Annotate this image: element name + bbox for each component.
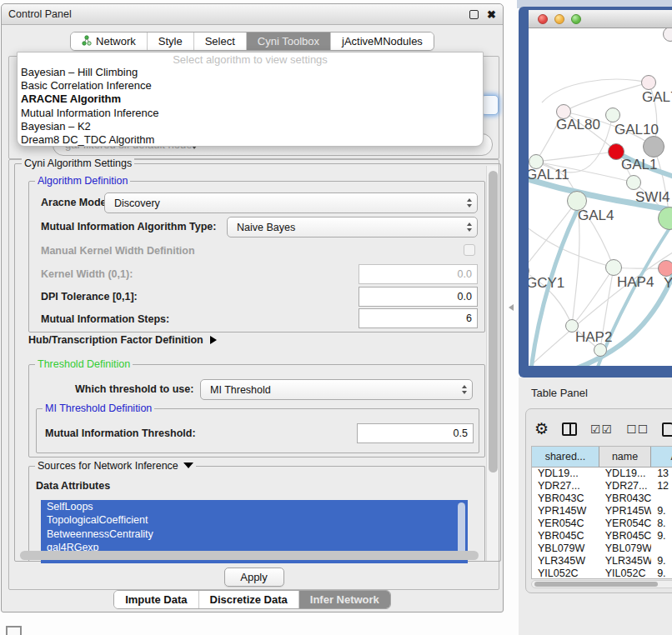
tab-jactivemnodules[interactable]: jActiveMNodules [331,32,434,50]
dpi-tolerance-input[interactable]: 0.0 [359,287,478,307]
network-node-swi4[interactable] [626,175,641,190]
network-node-gal10[interactable] [605,108,620,122]
algorithm-option[interactable]: Basic Correlation Inference [18,79,483,92]
table-cell: YDR27... [532,480,599,492]
tab-impute-data[interactable]: Impute Data [114,591,198,608]
settings-gear-icon[interactable]: ⚙ [534,421,549,438]
attribute-item[interactable]: TopologicalCoefficient [41,513,468,527]
table-row[interactable]: YBL079WYBL079W [532,542,672,555]
mi-type-label: Mutual Information Algorithm Type: [41,221,216,232]
algorithm-option[interactable]: Dream8 DC_TDC Algorithm [18,133,483,147]
table-row[interactable]: YBR043CYBR043C [532,492,672,505]
algorithm-option[interactable]: Bayesian – K2 [18,120,483,133]
mi-steps-input[interactable]: 6 [359,308,478,328]
node-label: GAL1 [621,157,657,173]
tab-infer-network[interactable]: Infer Network [299,591,390,608]
manual-kernel-width-checkbox[interactable] [464,244,475,256]
table-row[interactable]: YPR145WYPR145W9. [532,505,672,518]
mi-threshold-label: Mutual Information Threshold: [45,428,196,439]
network-window-titlebar[interactable] [529,10,672,28]
tab-network[interactable]: Network [71,32,148,50]
kernel-width-input[interactable]: 0.0 [359,264,478,284]
apply-button[interactable]: Apply [224,568,284,587]
tab-cyni-toolbox[interactable]: Cyni Toolbox [247,32,331,50]
column-header[interactable]: shared... [532,447,599,467]
table-cell: 9. [651,555,672,568]
table-cell [651,492,672,505]
document-icon[interactable] [662,422,672,437]
algorithm-combobox-edge [481,95,499,115]
close-icon[interactable]: ✖ [487,10,496,19]
table-row[interactable]: YDL19...YDL19...13 [532,468,672,480]
settings-vscrollbar-thumb[interactable] [489,171,498,472]
kernel-width-label: Kernel Width (0,1): [41,268,133,280]
column-header[interactable]: A [651,447,672,467]
network-canvas[interactable]: GAL7GAL80GAL10GAL1GAL11SWI4GAL4GCY1HAP4Y… [529,28,672,366]
algorithm-option[interactable]: Bayesian – Hill Climbing [18,66,483,79]
network-node[interactable] [643,136,664,158]
mi-algorithm-type-select[interactable]: Naive Bayes [227,217,478,238]
control-panel-tabbar: Network Style Select Cyni Toolbox jActiv… [2,32,503,51]
dpi-tolerance-label: DPI Tolerance [0,1]: [41,291,138,302]
settings-vertical-scrollbar[interactable] [486,166,499,561]
checked-pair-icon[interactable]: ☑☑ [590,422,613,436]
algorithm-option[interactable]: Mutual Information Inference [18,107,483,120]
tab-select[interactable]: Select [194,32,247,50]
table-cell: YDR27... [599,480,651,492]
network-node-y[interactable] [658,260,672,277]
minimize-traffic-light[interactable] [554,14,564,24]
table-cell: YLR345W [599,555,651,568]
algorithm-popup-hint: Select algorithm to view settings [18,53,483,66]
table-hscrollbar[interactable] [531,580,672,588]
table-cell: 9. [651,530,672,542]
attribute-item[interactable]: SelfLoops [41,500,468,513]
network-node-hap4[interactable] [605,259,622,276]
attribute-item[interactable]: BetweennessCentrality [41,528,468,541]
hub-definition-expander[interactable]: Hub/Transcription Factor Definition [28,334,217,346]
split-columns-icon[interactable] [562,422,577,436]
network-icon [82,35,92,48]
network-node[interactable] [594,343,607,357]
algorithm-option-selected[interactable]: ARACNE Algorithm [18,92,483,106]
tab-network-label: Network [96,35,136,48]
tab-discretize-data[interactable]: Discretize Data [199,591,299,608]
unchecked-pair-icon[interactable]: ☐☐ [626,422,649,436]
table-cell: YIL052C [599,568,651,579]
node-label: GCY1 [529,275,564,292]
column-header[interactable]: name [599,447,651,467]
list-scrollbar-thumb[interactable] [458,502,465,554]
table-row[interactable]: YDR27...YDR27...12 [532,480,672,492]
which-threshold-select[interactable]: MI Threshold [200,379,473,400]
table-panel-region: Table Panel ⚙ ☑☑ ☐☐ shared...nameA YDL19… [519,378,672,635]
bottom-tabbar: Impute Data Discretize Data Infer Networ… [2,590,503,609]
table-cell: 13 [651,468,672,480]
tab-style[interactable]: Style [148,32,194,50]
table-row[interactable]: YBR045CYBR045C9. [532,530,672,542]
node-label: Y [664,275,672,292]
infer-network-panel: Cyni Algorithm Settings Algorithm Defini… [8,159,499,590]
table-cell: YDL19... [532,468,599,480]
control-panel-titlebar: Control Panel ✖ [2,4,503,25]
table-row[interactable]: YER054CYER054C8. [532,518,672,530]
table-row[interactable]: YIL052CYIL052C9. [532,568,672,579]
mi-threshold-input[interactable]: 0.5 [357,423,474,443]
settings-hscrollbar-thumb[interactable] [20,551,479,560]
table-header-row: shared...nameA [532,447,672,468]
node-attribute-table[interactable]: shared...nameA YDL19...YDL19...13YDR27..… [531,446,672,579]
table-cell: YLR345W [532,555,599,568]
table-body: YDL19...YDL19...13YDR27...YDR27...12YBR0… [532,468,672,579]
table-cell: YER054C [532,518,599,530]
zoom-traffic-light[interactable] [571,14,581,24]
table-row[interactable]: YLR345WYLR345W9. [532,555,672,568]
float-window-icon[interactable] [469,10,479,19]
minimized-window-icon[interactable] [6,626,22,635]
splitter-collapse-icon[interactable] [509,304,514,311]
node-label: GAL7 [642,89,672,106]
table-hscrollbar-thumb[interactable] [534,582,658,587]
aracne-mode-select[interactable]: Discovery [104,192,478,213]
table-cell: YDL19... [599,468,651,480]
close-traffic-light[interactable] [538,14,548,24]
network-node-gal7[interactable] [641,75,656,90]
manual-kernel-width-label: Manual Kernel Width Definition [41,245,195,257]
mi-threshold-group-title: MI Threshold Definition [43,402,154,414]
